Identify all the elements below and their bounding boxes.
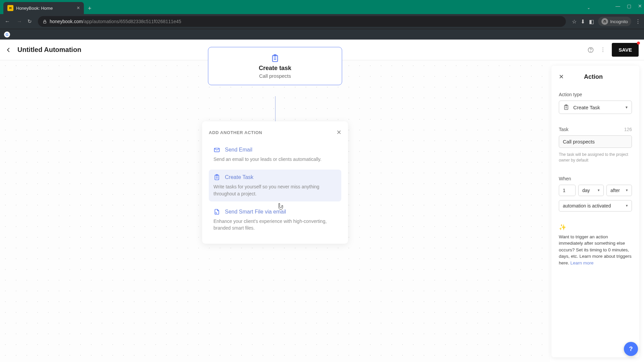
action-type-select[interactable]: Create Task ▾ [559, 101, 632, 114]
picker-item-title: Create Task [225, 174, 254, 180]
task-label: Task [559, 127, 569, 132]
side-panel-icon[interactable]: ◧ [589, 18, 594, 25]
save-button[interactable]: SAVE [612, 43, 639, 57]
tab-title: HoneyBook: Home [16, 6, 74, 11]
action-type-value: Create Task [573, 105, 600, 110]
incognito-badge[interactable]: Incognito [598, 17, 631, 26]
when-unit-select[interactable]: day ▾ [578, 185, 604, 196]
tab-close-icon[interactable]: × [77, 5, 80, 11]
picker-item-desc: Enhance your client's experience with hi… [214, 218, 337, 232]
svg-rect-0 [44, 21, 46, 23]
close-window-icon[interactable]: ✕ [638, 3, 642, 9]
lock-icon [43, 19, 47, 24]
chevron-down-icon: ▾ [598, 188, 600, 192]
bookmark-star-icon[interactable]: ☆ [572, 18, 577, 25]
back-button[interactable] [5, 47, 11, 53]
file-icon [214, 208, 221, 215]
picker-title: ADD ANOTHER ACTION [209, 130, 262, 135]
task-input[interactable] [559, 135, 632, 148]
sidebar-title: Action [584, 73, 603, 80]
forward-icon[interactable]: → [15, 18, 23, 24]
picker-item-smart-file[interactable]: Send Smart File via email Enhance your c… [209, 204, 341, 236]
browser-menu-icon[interactable]: ⋮ [635, 18, 641, 25]
task-card-title: Create task [214, 65, 336, 72]
svg-point-1 [603, 21, 605, 22]
when-label: When [559, 176, 632, 181]
chevron-down-icon: ▾ [626, 188, 628, 192]
when-event-select[interactable]: automation is activated ▾ [559, 200, 632, 212]
action-type-label: Action type [559, 92, 632, 97]
picker-item-send-email[interactable]: Send Email Send an email to your leads o… [209, 142, 341, 167]
tabs-dropdown-icon[interactable]: ⌄ [587, 5, 590, 10]
more-menu-icon[interactable]: ⋮ [600, 46, 606, 53]
task-card-subtitle: Call prospects [214, 73, 336, 79]
picker-item-create-task[interactable]: Create Task Write tasks for yourself so … [209, 170, 341, 201]
maximize-icon[interactable]: ▢ [627, 3, 631, 9]
picker-item-desc: Send an email to your leads or clients a… [214, 156, 337, 163]
browser-tab[interactable]: H HoneyBook: Home × [3, 2, 84, 14]
incognito-label: Incognito [610, 19, 628, 24]
mail-icon [214, 146, 221, 153]
learn-more-link[interactable]: Learn more [571, 260, 594, 265]
task-icon [563, 104, 569, 110]
google-bookmark-icon[interactable]: G [4, 32, 10, 38]
when-relation-select[interactable]: after ▾ [606, 185, 632, 196]
page-title: Untitled Automation [17, 46, 81, 54]
minimize-icon[interactable]: — [615, 3, 620, 9]
unsaved-indicator-icon [637, 42, 640, 45]
tip-box: ✨ Want to trigger an action immediately … [559, 224, 632, 266]
reload-icon[interactable]: ↻ [28, 18, 32, 24]
action-sidebar: ✕ Action Action type Create Task ▾ Task … [551, 66, 639, 357]
picker-item-desc: Write tasks for yourself so you never mi… [214, 183, 337, 197]
when-number-input[interactable] [559, 185, 576, 196]
help-icon[interactable] [587, 47, 594, 53]
help-fab-button[interactable]: ? [624, 342, 638, 356]
picker-item-title: Send Email [225, 147, 253, 153]
url-bar[interactable]: honeybook.com/app/automations/655d82338c… [38, 16, 566, 27]
url-path: /app/automations/655d82338c511f0268111e4… [83, 19, 181, 24]
back-icon[interactable]: ← [3, 18, 11, 24]
task-counter: 126 [624, 127, 632, 132]
chevron-down-icon: ▾ [626, 105, 628, 110]
svg-point-4 [591, 51, 591, 51]
task-icon [214, 54, 336, 63]
task-hint: The task will be assigned to the project… [559, 152, 632, 163]
connector-line [275, 96, 276, 122]
favicon-icon: H [7, 5, 13, 11]
picker-item-title: Send Smart File via email [225, 209, 286, 215]
action-picker: ADD ANOTHER ACTION ✕ Send Email Send an … [202, 121, 348, 244]
download-icon[interactable]: ⬇ [581, 18, 585, 25]
tip-text: Want to trigger an action immediately af… [559, 234, 632, 265]
task-card[interactable]: Create task Call prospects [208, 47, 342, 85]
chevron-down-icon: ▾ [626, 203, 628, 208]
picker-close-icon[interactable]: ✕ [336, 129, 341, 136]
sidebar-close-icon[interactable]: ✕ [559, 73, 564, 80]
url-domain: honeybook.com [50, 19, 83, 24]
svg-point-2 [605, 21, 606, 22]
sparkle-icon: ✨ [559, 224, 632, 231]
incognito-icon [601, 18, 608, 25]
new-tab-button[interactable]: + [88, 5, 92, 14]
task-icon [214, 174, 221, 181]
